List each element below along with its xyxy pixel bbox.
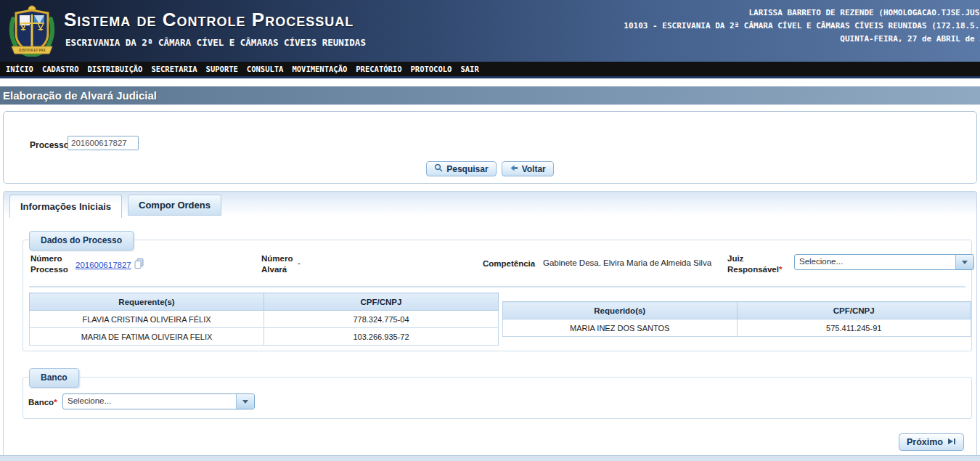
copy-document-icon[interactable] xyxy=(134,258,144,272)
table-cell: 103.266.935-72 xyxy=(264,328,499,346)
menu-item-protocolo[interactable]: PROTOCOLO xyxy=(407,65,457,73)
numero-processo-link[interactable]: 201600617827 xyxy=(75,261,131,269)
numero-processo-value-wrap: 201600617827 xyxy=(75,258,144,272)
table-cell: MARIA INEZ DOS SANTOS xyxy=(503,319,738,337)
logo-motto: JUSTITIA ET PAX xyxy=(18,49,45,52)
numero-alvara-label: Número Alvará xyxy=(261,253,302,275)
table-cell: 778.324.775-04 xyxy=(264,311,499,328)
menu-item-secretaria[interactable]: SECRETARIA xyxy=(147,65,201,73)
search-icon xyxy=(434,163,443,174)
user-session-info: LARISSA BARRETO DE REZENDE (HOMOLOGACAO.… xyxy=(624,7,980,46)
tjse-coat-of-arms-logo: JUSTITIA ET PAX xyxy=(7,4,57,60)
competencia-label: Competência xyxy=(483,258,535,269)
process-label: Processo: xyxy=(30,140,72,150)
table-cell: FLAVIA CRISTINA OLIVEIRA FÉLIX xyxy=(30,311,264,328)
menu-item-cadastro[interactable]: CADASTRO xyxy=(38,65,83,73)
user-unit-line: 10103 - ESCRIVANIA DA 2ª CÂMARA CÍVEL E … xyxy=(624,20,980,33)
requeridos-header: Requerido(s) xyxy=(503,302,738,319)
required-asterisk: * xyxy=(779,265,782,274)
required-asterisk: * xyxy=(54,398,57,407)
juiz-responsavel-label-text: Juiz Responsável xyxy=(727,254,779,274)
next-icon xyxy=(947,437,956,447)
banco-dropdown-value: Selecione... xyxy=(63,394,236,409)
table-row: MARIA INEZ DOS SANTOS575.411.245-91 xyxy=(503,319,971,337)
juiz-dropdown-value: Selecione... xyxy=(795,255,955,269)
app-title: Sistema de Controle Processual xyxy=(64,9,354,31)
menu-item-movimentacao[interactable]: MOVIMENTAÇÃO xyxy=(287,65,351,73)
menu-item-suporte[interactable]: SUPORTE xyxy=(202,65,242,73)
main-menu-bar: INÍCIO CADASTRO DISTRIBUIÇÃO SECRETARIA … xyxy=(0,62,980,78)
juiz-responsavel-label: Juiz Responsável* xyxy=(727,253,788,275)
user-name-line: LARISSA BARRETO DE REZENDE (HOMOLOGACAO.… xyxy=(624,7,980,20)
tab-informacoes-iniciais[interactable]: Informações Iniciais xyxy=(9,195,122,218)
table-cell: MARIA DE FATIMA OLIVEIRA FELIX xyxy=(30,328,264,346)
proximo-label: Próximo xyxy=(907,437,943,447)
menu-item-inicio[interactable]: INÍCIO xyxy=(1,65,38,73)
requerentes-table: Requerente(s) CPF/CNPJ FLAVIA CRISTINA O… xyxy=(29,293,499,346)
dropdown-arrow-button[interactable] xyxy=(236,394,254,409)
page-title: Elaboração de Alvará Judicial xyxy=(0,86,980,105)
numero-alvara-value: - xyxy=(298,258,301,267)
footer-bar xyxy=(0,455,980,461)
table-row: MARIA DE FATIMA OLIVEIRA FELIX103.266.93… xyxy=(30,328,499,346)
menu-item-distribuicao[interactable]: DISTRIBUIÇÃO xyxy=(83,65,147,73)
banco-section: Banco Banco* Selecione... xyxy=(23,377,972,419)
requerentes-header: Requerente(s) xyxy=(30,293,264,311)
tab-compor-ordens[interactable]: Compor Ordens xyxy=(128,195,221,216)
cpf-cnpj-header: CPF/CNPJ xyxy=(737,302,971,319)
dados-do-processo-section: Dados do Processo Número Processo 201600… xyxy=(23,240,972,351)
search-buttons-row: Pesquisar Voltar xyxy=(4,161,976,176)
section-divider xyxy=(29,286,965,287)
dropdown-arrow-button[interactable] xyxy=(955,255,973,269)
banco-legend: Banco xyxy=(29,368,79,388)
process-search-panel: Processo: Pesquisar Voltar xyxy=(3,111,977,184)
chevron-down-icon xyxy=(962,261,968,264)
menu-item-precatorio[interactable]: PRECATÓRIO xyxy=(351,65,406,73)
main-content-panel: Informações Iniciais Compor Ordens Dados… xyxy=(3,191,977,457)
dados-do-processo-legend: Dados do Processo xyxy=(29,231,134,250)
competencia-value: Gabinete Desa. Elvira Maria de Almeida S… xyxy=(543,258,711,267)
pesquisar-button[interactable]: Pesquisar xyxy=(426,161,496,176)
menu-item-sair[interactable]: SAIR xyxy=(456,65,483,73)
numero-processo-label: Número Processo xyxy=(30,253,77,275)
banco-dropdown[interactable]: Selecione... xyxy=(62,393,255,409)
table-row: FLAVIA CRISTINA OLIVEIRA FÉLIX778.324.77… xyxy=(30,311,499,328)
requeridos-table: Requerido(s) CPF/CNPJ MARIA INEZ DOS SAN… xyxy=(502,301,971,337)
pesquisar-label: Pesquisar xyxy=(446,164,488,174)
app-subtitle: ESCRIVANIA DA 2ª CÂMARA CÍVEL E CÂMARAS … xyxy=(65,37,366,48)
process-input[interactable] xyxy=(68,136,139,150)
tab-strip: Informações Iniciais Compor Ordens xyxy=(4,192,976,216)
juiz-responsavel-dropdown[interactable]: Selecione... xyxy=(794,254,974,270)
session-date-line: QUINTA-FEIRA, 27 de ABRIL de 2 xyxy=(624,33,980,46)
app-header: JUSTITIA ET PAX Sistema de Controle Proc… xyxy=(0,0,980,62)
banco-label-text: Banco xyxy=(28,398,54,407)
back-arrow-icon xyxy=(510,164,518,174)
chevron-down-icon xyxy=(242,400,248,404)
proximo-button[interactable]: Próximo xyxy=(899,433,964,451)
voltar-button[interactable]: Voltar xyxy=(502,161,554,176)
banco-label: Banco* xyxy=(28,397,57,408)
menu-item-consulta[interactable]: CONSULTA xyxy=(242,65,288,73)
table-cell: 575.411.245-91 xyxy=(737,319,971,337)
voltar-label: Voltar xyxy=(522,164,546,174)
cpf-cnpj-header: CPF/CNPJ xyxy=(264,293,499,311)
